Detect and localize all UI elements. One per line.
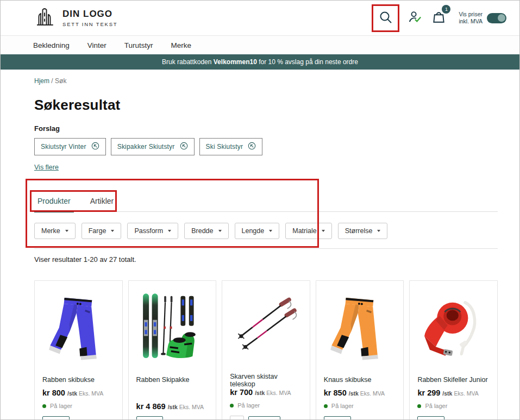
breadcrumb-home[interactable]: Hjem — [34, 77, 49, 85]
suggestion-chips: Skiutstyr Vinter Skipakker Skiutstyr — [34, 138, 498, 155]
product-image — [324, 286, 396, 369]
kjop-button[interactable]: Kjøp — [248, 416, 280, 420]
main-content: Hjem / Søk Søkeresultat Forslag Skiutsty… — [1, 70, 519, 420]
ski-poles-image — [230, 286, 302, 366]
product-price: kr 800 /stk Eks. MVA — [42, 388, 115, 397]
logo-text: DIN LOGO SETT INN TEKST — [62, 9, 117, 27]
qty-input[interactable] — [230, 416, 244, 420]
product-card-bottom: kr 800 /stk Eks. MVA På lager Vis — [42, 388, 115, 420]
card-actions: Kjøp — [230, 416, 302, 420]
stock-status: På lager — [324, 403, 396, 409]
filter-dropdown-bredde[interactable]: Bredde — [184, 223, 228, 239]
show-more-link[interactable]: Vis flere — [34, 164, 59, 171]
price-unit: /stk — [442, 390, 454, 397]
product-price: kr 4 869 /stk Eks. MVA — [136, 402, 209, 411]
stock-label: På lager — [50, 403, 72, 409]
stock-label: På lager — [237, 402, 260, 409]
account-check-icon — [408, 10, 422, 26]
product-grid: Rabben skibukse kr 800 /stk Eks. MVA På … — [34, 280, 498, 420]
logo-title: DIN LOGO — [62, 9, 117, 20]
price-tax-note: Eks. MVA — [179, 404, 204, 410]
filter-label: Bredde — [191, 227, 213, 235]
chip-label: Skiutstyr Vinter — [41, 143, 86, 151]
price-toggle-label: Vis priser inkl. MVA — [459, 11, 483, 25]
arrow-up-left-circle-icon — [248, 142, 256, 152]
search-button[interactable] — [377, 9, 394, 28]
product-name: Rabben Skipakke — [136, 376, 209, 384]
price-toggle-switch[interactable] — [487, 13, 506, 23]
in-stock-dot — [230, 404, 234, 408]
suggestion-chip[interactable]: Skipakker Skiutstyr — [111, 138, 195, 155]
in-stock-dot — [42, 404, 46, 408]
nav-item-merke[interactable]: Merke — [171, 41, 192, 49]
filter-dropdown-størrelse[interactable]: Størrelse — [338, 223, 388, 239]
filter-dropdown-lengde[interactable]: Lengde — [235, 223, 280, 239]
vis-button[interactable]: Vis — [417, 416, 444, 420]
vis-button[interactable]: Vis — [324, 416, 351, 420]
card-actions: Vis — [136, 416, 209, 420]
filter-label: Passform — [134, 227, 163, 235]
product-card[interactable]: Rabben Skifeller Junior kr 299 /stk Eks.… — [409, 280, 498, 420]
price-tax-note: Eks. MVA — [360, 390, 385, 397]
vis-button[interactable]: Vis — [136, 416, 164, 420]
price-unit: /stk — [168, 404, 179, 410]
cart-button[interactable]: 1 — [430, 9, 447, 27]
annotation-box-search — [372, 4, 399, 32]
tab-label: Produkter — [37, 197, 71, 205]
price-tax-note: Eks. MVA — [79, 390, 103, 397]
tab-artikler[interactable]: Artikler — [87, 193, 117, 211]
price-tax-note: Eks. MVA — [454, 390, 478, 397]
chevron-down-icon — [111, 230, 114, 232]
chevron-down-icon — [65, 230, 68, 232]
product-card[interactable]: Rabben Skipakke kr 4 869 /stk Eks. MVA V… — [128, 280, 217, 420]
vis-button[interactable]: Vis — [42, 416, 70, 420]
filter-label: Matriale — [292, 227, 316, 235]
promo-code: Velkommen10 — [214, 58, 257, 66]
results-summary: Viser resultater 1-20 av 27 totalt. — [34, 255, 498, 264]
filter-dropdown-farge[interactable]: Farge — [82, 223, 122, 239]
product-price: kr 700 /stk Eks. MVA — [230, 388, 302, 397]
product-card[interactable]: Knaus skibukse kr 850 /stk Eks. MVA På l… — [316, 280, 404, 420]
promo-prefix: Bruk rabattkoden — [162, 58, 214, 66]
filter-bar: Merke Farge Passform Bredde Lengde Matri… — [34, 223, 498, 249]
price-toggle-group: Vis priser inkl. MVA — [459, 11, 506, 25]
product-image — [42, 286, 115, 369]
filter-dropdown-passform[interactable]: Passform — [127, 223, 178, 239]
product-name: Rabben Skifeller Junior — [417, 376, 490, 384]
search-icon — [378, 10, 393, 27]
product-name: Knaus skibukse — [324, 376, 396, 384]
page: { "colors": { "accent_teal": "#2c5f5e", … — [0, 0, 520, 420]
nav-item-label: Bekledning — [33, 41, 70, 49]
nav-item-label: Merke — [171, 41, 192, 49]
nav-item-turutstyr[interactable]: Turutstyr — [124, 41, 153, 49]
chevron-down-icon — [377, 230, 380, 232]
filter-dropdown-matriale[interactable]: Matriale — [285, 223, 331, 239]
price-toggle-line2: inkl. MVA — [459, 18, 483, 25]
price-amount: kr 800 — [42, 388, 67, 397]
product-image — [230, 286, 302, 366]
suggestion-chip[interactable]: Skiutstyr Vinter — [34, 138, 106, 155]
logo[interactable]: DIN LOGO SETT INN TEKST — [33, 5, 117, 30]
price-unit: /stk — [255, 390, 266, 396]
price-unit: /stk — [67, 390, 79, 397]
arrow-up-left-circle-icon — [91, 142, 99, 152]
product-card[interactable]: Skarven skistav teleskop kr 700 /stk Eks… — [222, 280, 310, 420]
tab-produkter[interactable]: Produkter — [34, 193, 74, 211]
stock-label: På lager — [331, 403, 354, 409]
filter-label: Merke — [41, 227, 60, 235]
promo-suffix: for 10 % avslag på din neste ordre — [257, 58, 358, 66]
price-amount: kr 4 869 — [136, 402, 168, 411]
product-price: kr 299 /stk Eks. MVA — [417, 388, 490, 397]
price-unit: /stk — [349, 390, 360, 397]
page-title: Søkeresultat — [34, 97, 498, 114]
nav-item-vinter[interactable]: Vinter — [87, 41, 106, 49]
product-card[interactable]: Rabben skibukse kr 800 /stk Eks. MVA På … — [34, 280, 123, 420]
suggestion-chip[interactable]: Ski Skiutstyr — [199, 138, 263, 155]
chevron-down-icon — [322, 230, 325, 232]
price-amount: kr 850 — [324, 388, 349, 397]
chip-label: Skipakker Skiutstyr — [117, 143, 175, 151]
account-button[interactable] — [406, 9, 423, 27]
nav-item-bekledning[interactable]: Bekledning — [33, 41, 70, 49]
filter-dropdown-merke[interactable]: Merke — [34, 223, 76, 239]
logo-subtitle: SETT INN TEKST — [62, 21, 117, 27]
